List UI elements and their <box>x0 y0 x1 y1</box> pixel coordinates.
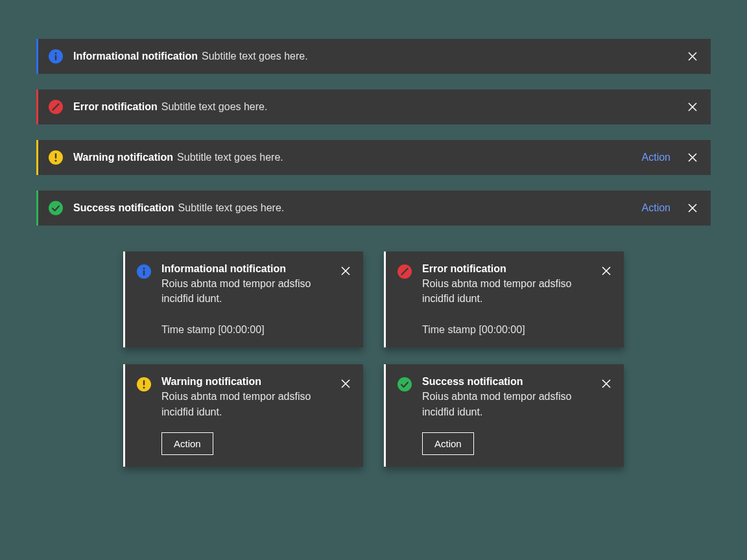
inline-notification-error: Error notification Subtitle text goes he… <box>36 89 711 124</box>
inline-notification-info: Informational notification Subtitle text… <box>36 39 711 74</box>
toast-notification-warning: Warning notification Roius abnta mod tem… <box>123 364 363 466</box>
svg-rect-27 <box>143 380 145 386</box>
toast-title: Success notification <box>422 376 594 388</box>
toast-body: Roius abnta mod tempor adsfiso incidfid … <box>161 276 333 306</box>
close-icon <box>685 201 700 215</box>
toast-notification-success: Success notification Roius abnta mod tem… <box>384 364 624 466</box>
toast-timestamp: Time stamp [00:00:00] <box>422 324 613 336</box>
close-icon <box>338 264 353 278</box>
action-link[interactable]: Action <box>642 152 670 163</box>
notification-subtitle: Subtitle text goes here. <box>161 101 268 113</box>
toast-notification-error: Error notification Roius abnta mod tempo… <box>384 251 624 347</box>
svg-point-14 <box>49 201 63 215</box>
toast-title: Warning notification <box>161 376 333 388</box>
notification-title: Success notification <box>73 202 174 214</box>
svg-rect-2 <box>55 55 57 60</box>
close-button[interactable] <box>338 376 353 391</box>
notification-title: Informational notification <box>73 51 198 62</box>
notification-text: Error notification Subtitle text goes he… <box>73 101 685 113</box>
action-button[interactable]: Action <box>422 432 474 455</box>
close-icon <box>599 264 613 278</box>
notification-text: Success notification Subtitle text goes … <box>73 202 642 214</box>
success-icon <box>397 377 412 391</box>
notification-text: Warning notification Subtitle text goes … <box>73 152 642 163</box>
notification-text: Informational notification Subtitle text… <box>73 51 685 62</box>
toast-notification-info: Informational notification Roius abnta m… <box>123 251 363 347</box>
inline-notification-success: Success notification Subtitle text goes … <box>36 191 711 226</box>
close-button[interactable] <box>599 376 613 391</box>
close-button[interactable] <box>599 263 613 279</box>
error-icon <box>397 264 412 279</box>
info-icon <box>49 49 63 64</box>
close-button[interactable] <box>685 99 700 115</box>
svg-point-31 <box>397 377 412 391</box>
action-link[interactable]: Action <box>642 202 670 214</box>
toast-body: Roius abnta mod tempor adsfiso incidfid … <box>161 389 333 419</box>
close-icon <box>599 377 613 391</box>
toast-body: Roius abnta mod tempor adsfiso incidfid … <box>422 276 594 306</box>
warning-icon <box>137 377 151 391</box>
inline-notification-warning: Warning notification Subtitle text goes … <box>36 140 711 175</box>
notification-subtitle: Subtitle text goes here. <box>178 202 285 214</box>
toast-title: Error notification <box>422 263 594 275</box>
toast-timestamp: Time stamp [00:00:00] <box>161 324 353 336</box>
svg-rect-19 <box>143 270 145 275</box>
notification-subtitle: Subtitle text goes here. <box>177 152 283 163</box>
toast-body: Roius abnta mod tempor adsfiso incidfid … <box>422 389 594 419</box>
close-button[interactable] <box>685 49 700 64</box>
info-icon <box>137 264 151 279</box>
svg-point-11 <box>55 160 57 162</box>
close-icon <box>338 377 353 391</box>
close-icon <box>685 150 700 165</box>
success-icon <box>49 201 63 215</box>
error-icon <box>49 100 63 114</box>
notification-title: Warning notification <box>73 152 173 163</box>
action-button[interactable]: Action <box>161 432 213 455</box>
toast-title: Informational notification <box>161 263 333 275</box>
warning-icon <box>49 150 63 165</box>
svg-point-18 <box>143 268 145 270</box>
close-icon <box>685 49 700 64</box>
svg-rect-10 <box>55 154 56 159</box>
close-button[interactable] <box>685 200 700 216</box>
notification-title: Error notification <box>73 101 158 113</box>
svg-point-28 <box>143 387 145 389</box>
inline-notification-list: Informational notification Subtitle text… <box>36 39 711 226</box>
close-button[interactable] <box>338 263 353 279</box>
close-icon <box>685 100 700 114</box>
svg-point-1 <box>55 52 57 54</box>
toast-notification-grid: Informational notification Roius abnta m… <box>123 251 624 467</box>
close-button[interactable] <box>685 150 700 165</box>
notification-subtitle: Subtitle text goes here. <box>202 51 308 62</box>
